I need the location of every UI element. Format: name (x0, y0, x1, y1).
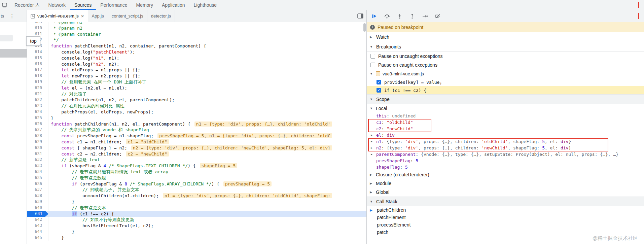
line-number[interactable]: 630 (27, 145, 48, 151)
code-text[interactable]: console.log("n2", n2); (48, 61, 119, 67)
code-text[interactable]: patchProps(el, oldProps, newProps); (48, 109, 153, 115)
chevron-right-icon[interactable]: ▶ (370, 190, 373, 194)
tab-recorder[interactable]: Recorder 人 (10, 0, 44, 10)
scope-variable[interactable]: ▶parentComponent: {vnode: {…}, type: {…}… (367, 151, 644, 158)
line-number[interactable]: 609 (27, 22, 48, 25)
chevron-down-icon[interactable]: ▼ (370, 200, 373, 203)
call-stack-frame[interactable]: ▶patchChildren (367, 206, 644, 214)
line-number[interactable]: 614 (27, 49, 48, 55)
breakpoint-checkbox[interactable]: ✓ (377, 80, 381, 84)
file-tab-detector-js[interactable]: detector.js (147, 10, 175, 22)
code-text[interactable]: const { shapeFlag } = n2;n2 = {type: 'di… (48, 145, 332, 151)
chevron-right-icon[interactable]: ▶ (371, 153, 376, 156)
code-text[interactable]: */ (48, 37, 59, 43)
scope-group-closure[interactable]: ▶Closure (createRenderer) (367, 170, 644, 179)
line-number[interactable]: 628 (27, 133, 48, 139)
scope-section-header[interactable]: ▼ Scope (367, 94, 644, 104)
chevron-down-icon[interactable]: ▼ (370, 98, 373, 101)
code-text[interactable]: } (48, 229, 74, 235)
step-button[interactable] (422, 13, 428, 19)
code-text[interactable]: function patchChildren(n1, n2, el, paren… (48, 121, 332, 127)
line-number[interactable]: 643 (27, 223, 48, 229)
code-text[interactable]: // 在对比元素的时候对比 属性 (48, 103, 124, 109)
code-text[interactable]: if (shapeFlag & 4 /* ShapeFlags.TEXT_CHI… (48, 163, 237, 169)
line-number[interactable]: 617 (27, 67, 48, 73)
pause-on-caught-checkbox[interactable] (370, 63, 375, 67)
code-text[interactable]: } (48, 115, 53, 121)
chevron-right-icon[interactable]: ▶ (371, 134, 376, 137)
line-number[interactable]: 633 (27, 163, 48, 169)
line-number[interactable]: 644 (27, 229, 48, 235)
device-toolbar-icon[interactable] (2, 2, 7, 8)
tab-performance[interactable]: Performance (96, 0, 132, 10)
line-number[interactable]: 625 (27, 115, 48, 121)
line-number[interactable]: 639 (27, 199, 48, 205)
line-number[interactable]: 637 (27, 187, 48, 193)
code-text[interactable]: // 老节点是数组 (48, 175, 106, 181)
code-text[interactable]: unmountChildren(n1.children);n1 = {type:… (48, 193, 332, 199)
toggle-debugger-panel-button[interactable] (357, 13, 363, 19)
chevron-right-icon[interactable]: ▶ (370, 35, 373, 39)
line-number[interactable]: 615 (27, 55, 48, 61)
code-text[interactable]: // 对比孩子 (48, 91, 87, 97)
line-number[interactable]: 631 (27, 151, 48, 157)
call-stack-frame[interactable]: processElement (367, 221, 644, 229)
code-text[interactable]: // 卸载老儿子, 并更新文本 (48, 187, 139, 193)
line-number[interactable]: 642 (27, 217, 48, 223)
code-text[interactable]: hostSetElementText(el, c2); (48, 223, 153, 229)
line-number[interactable]: 636 (27, 181, 48, 187)
line-number[interactable]: 640 (27, 205, 48, 211)
code-text[interactable]: * @param n1 (48, 22, 82, 25)
breakpoint-file-group[interactable]: ▼ vue3-mini-vue.esm.js (367, 69, 644, 78)
line-number[interactable]: 622 (27, 97, 48, 103)
tab-network[interactable]: Network (44, 0, 70, 10)
tab-sources[interactable]: Sources (70, 0, 96, 10)
code-text[interactable]: // 老节点是文本 (48, 205, 106, 211)
scope-variable[interactable]: c1: "oldChild" (367, 119, 644, 126)
tab-memory[interactable]: Memory (132, 0, 157, 10)
line-number[interactable]: 618 (27, 73, 48, 79)
line-number[interactable]: 621 (27, 91, 48, 97)
line-number[interactable]: 645 (27, 235, 48, 241)
line-number[interactable]: 624 (27, 109, 48, 115)
close-icon[interactable]: × (81, 13, 84, 19)
code-text[interactable]: let el = (n2.el = n1.el); (48, 85, 127, 91)
navigator-selected-item[interactable] (0, 49, 27, 58)
code-text[interactable]: // 新节点是 text (48, 157, 100, 163)
breakpoint-entry[interactable]: ✓if (c1 !== c2) { (367, 86, 644, 94)
code-text[interactable]: if (prevShapeFlag & 8 /* ShapeFlags.ARRA… (48, 181, 272, 187)
chevron-down-icon[interactable]: ▼ (370, 107, 373, 110)
line-number[interactable]: 634 (27, 169, 48, 175)
code-text[interactable]: } (48, 199, 74, 205)
watch-section-header[interactable]: ▶ Watch (367, 32, 644, 42)
breakpoints-section-header[interactable]: ▼ Breakpoints (367, 42, 644, 52)
code-text[interactable]: if (c1 !== c2) { (48, 211, 114, 217)
scope-group-global[interactable]: ▶Global (367, 188, 644, 197)
pause-on-uncaught-checkbox[interactable] (370, 54, 375, 59)
code-text[interactable]: // 先拿到新节点的 vnode 和 shapeFlag (48, 127, 149, 133)
chevron-right-icon[interactable]: ▶ (370, 182, 373, 185)
code-text[interactable]: console.log("patchElement"); (48, 49, 135, 55)
frame-tree-top-label[interactable]: top (26, 36, 40, 46)
chevron-right-icon[interactable]: ▶ (371, 146, 376, 149)
tab-lighthouse[interactable]: Lighthouse (189, 0, 221, 10)
editor-scrollbar[interactable] (363, 22, 366, 244)
execution-pointer-badge[interactable]: 641 (27, 211, 48, 217)
code-text[interactable]: console.log("n1", n1); (48, 55, 119, 61)
step-out-button[interactable] (409, 13, 415, 19)
code-text[interactable]: * @param n2 (48, 25, 82, 31)
line-number[interactable]: 619 (27, 79, 48, 85)
line-number[interactable]: 629 (27, 139, 48, 145)
file-tab-app-js[interactable]: App.js (88, 10, 108, 22)
deactivate-breakpoints-button[interactable] (435, 13, 440, 19)
navigator-item-placeholder[interactable] (0, 35, 13, 41)
scope-variable[interactable]: c2: "newChild" (367, 126, 644, 132)
scope-variable[interactable]: prevShapeFlag: 5 (367, 158, 644, 164)
scope-variable[interactable]: ▶n2: {type: 'div', props: {…}, children:… (367, 145, 644, 151)
code-text[interactable]: const c2 = n2.children;c2 = "newChild" (48, 151, 169, 157)
code-text[interactable]: let oldProps = n1.props || {}; (48, 67, 140, 73)
chevron-down-icon[interactable]: ▼ (370, 72, 373, 75)
line-number[interactable]: 626 (27, 121, 48, 127)
scope-variable[interactable]: ▶n1: {type: 'div', props: {…}, children:… (367, 138, 644, 145)
scope-group-module[interactable]: ▶Module (367, 179, 644, 188)
